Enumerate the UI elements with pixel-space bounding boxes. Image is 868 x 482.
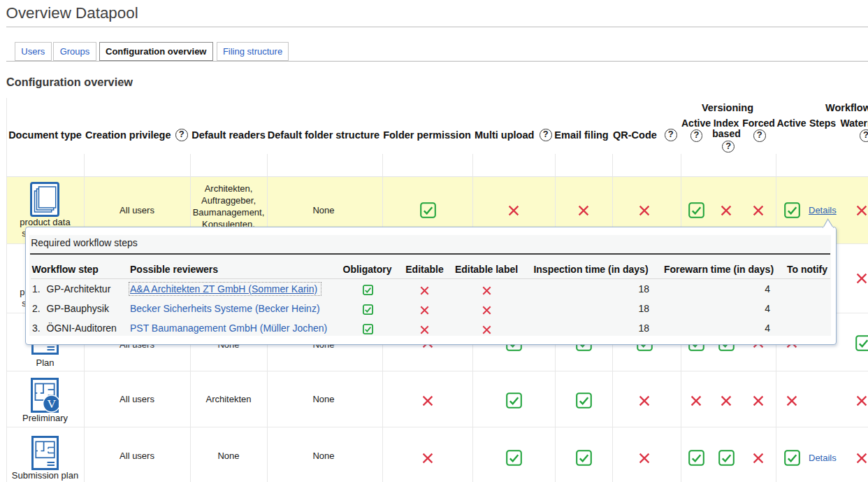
svg-text:V: V bbox=[47, 396, 56, 410]
